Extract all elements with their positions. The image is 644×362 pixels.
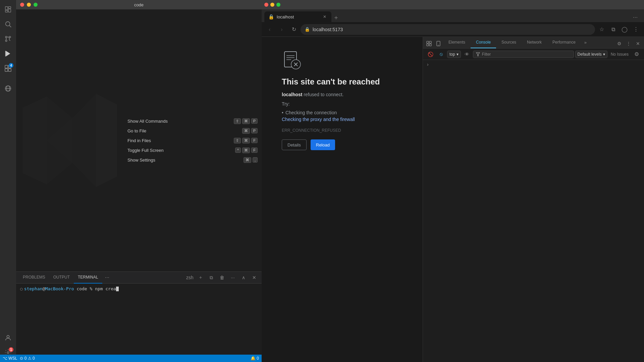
reload-btn[interactable]: ↻	[288, 24, 299, 35]
tab-favicon: 🔒	[268, 14, 274, 19]
extensions-icon[interactable]: 4	[1, 62, 15, 75]
devtools-tab-performance[interactable]: Performance	[547, 37, 581, 48]
command-show-settings[interactable]: Show Settings ⌘ ,	[123, 155, 262, 165]
console-gear-btn[interactable]: ⚙	[632, 50, 641, 59]
devtools-device-btn[interactable]	[434, 39, 443, 48]
console-filter-btn[interactable]: ⦸	[436, 50, 446, 59]
command-show-all[interactable]: Show All Commands ⇧ ⌘ P	[123, 116, 262, 126]
svg-point-19	[7, 352, 9, 354]
terminal-shell-selector[interactable]: zsh	[185, 273, 195, 282]
vscode-panel: code	[0, 0, 262, 362]
error-subtitle: localhost refused to connect.	[282, 92, 402, 97]
error-hostname: localhost	[282, 92, 302, 97]
vscode-title: code	[134, 2, 144, 7]
filter-placeholder: Filter	[482, 52, 491, 57]
details-button[interactable]: Details	[282, 139, 307, 150]
forward-btn[interactable]: ›	[276, 24, 287, 35]
close-traffic-light[interactable]	[20, 3, 24, 7]
console-default-levels[interactable]: Default levels ▾	[575, 51, 607, 58]
source-control-icon[interactable]	[1, 32, 15, 46]
devtools-tab-more[interactable]: »	[581, 37, 590, 48]
chrome-nav-bar: ‹ › ↻ 🔒 localhost:5173 ☆ ⧉ ◯ ⋮	[262, 22, 644, 37]
terminal-content[interactable]: ○ stephan @ MacBook-Pro code % npm crea	[16, 284, 262, 362]
nav-extensions-btn[interactable]: ⧉	[608, 24, 619, 35]
search-sidebar-icon[interactable]	[1, 17, 15, 31]
account-icon[interactable]	[1, 331, 15, 345]
devtools-content: ›	[423, 60, 644, 362]
chrome-window-controls[interactable]: ⋯	[631, 13, 640, 22]
address-lock-icon: 🔒	[305, 27, 310, 32]
nav-account-btn[interactable]: ◯	[619, 24, 630, 35]
minimize-traffic-light[interactable]	[27, 3, 31, 7]
nav-menu-btn[interactable]: ⋮	[631, 24, 641, 35]
command-toggle-fullscreen[interactable]: Toggle Full Screen ^ ⌘ F	[123, 145, 262, 155]
panel-collapse-btn[interactable]: ∧	[239, 273, 248, 282]
panel-close-btn[interactable]: ✕	[250, 273, 259, 282]
svg-marker-9	[6, 51, 10, 57]
devtools-tab-sources[interactable]: Sources	[496, 37, 522, 48]
status-notifications[interactable]: 🔔 0	[251, 356, 259, 361]
svg-rect-3	[5, 10, 8, 12]
svg-rect-28	[429, 41, 431, 43]
tab-terminal[interactable]: TERMINAL	[74, 272, 102, 284]
chrome-maximize-btn[interactable]	[276, 3, 280, 7]
devtools-options-btn[interactable]: ⋮	[624, 39, 633, 48]
explorer-icon[interactable]	[1, 3, 15, 16]
traffic-lights	[20, 3, 38, 7]
bookmark-btn[interactable]: ☆	[596, 24, 607, 35]
error-try-label: Try:	[282, 101, 402, 107]
panel-actions: zsh ＋ ⧉ 🗑 ··· ∧ ✕	[185, 273, 259, 282]
chrome-new-tab-btn[interactable]: ＋	[331, 13, 341, 22]
error-suggestion-1-link[interactable]: Checking the proxy and the firewall	[282, 117, 355, 122]
extensions-badge: 4	[9, 63, 13, 68]
error-title: This site can't be reached	[282, 77, 402, 86]
chrome-close-btn[interactable]	[264, 3, 268, 7]
devtools-tab-network[interactable]: Network	[522, 37, 547, 48]
status-remote[interactable]: ⌥ WSL	[3, 356, 17, 361]
remote-icon[interactable]	[1, 82, 15, 95]
panel-tabs: PROBLEMS OUTPUT TERMINAL ··· zsh ＋ ⧉ 🗑 ·…	[16, 272, 262, 284]
chrome-tab-localhost[interactable]: 🔒 localhost ✕	[264, 11, 331, 22]
svg-rect-27	[427, 41, 429, 43]
console-arrow[interactable]: ›	[426, 61, 430, 68]
status-errors[interactable]: ⊙ 0 ⚠ 0	[20, 356, 35, 361]
status-bar-left: ⌥ WSL ⊙ 0 ⚠ 0	[3, 356, 35, 361]
maximize-traffic-light[interactable]	[34, 3, 38, 7]
console-eye-btn[interactable]: 👁	[462, 50, 472, 59]
terminal-ellipsis-btn[interactable]: ···	[228, 273, 237, 282]
tab-problems[interactable]: PROBLEMS	[19, 272, 49, 284]
reload-button[interactable]: Reload	[311, 139, 335, 150]
command-find-in-files-label: Find in Files	[127, 138, 151, 143]
address-bar[interactable]: 🔒 localhost:5173	[301, 24, 595, 35]
terminal-trash-btn[interactable]: 🗑	[217, 273, 227, 282]
command-find-in-files[interactable]: Find in Files ⇧ ⌘ F	[123, 136, 262, 145]
console-clear-btn[interactable]: 🚫	[426, 50, 435, 59]
svg-rect-0	[5, 7, 8, 10]
terminal-split-btn[interactable]: ⧉	[207, 273, 216, 282]
terminal-add-btn[interactable]: ＋	[196, 273, 205, 282]
devtools-settings-btn[interactable]: ⚙	[614, 39, 624, 48]
chrome-minimize-btn[interactable]	[270, 3, 274, 7]
command-toggle-fullscreen-label: Toggle Full Screen	[127, 148, 164, 153]
command-show-all-label: Show All Commands	[127, 119, 168, 124]
devtools-close-btn[interactable]: ✕	[633, 39, 643, 48]
console-no-issues: No Issues	[609, 51, 631, 58]
console-filter-input[interactable]: Filter	[473, 51, 574, 58]
devtools-tab-elements[interactable]: Elements	[443, 37, 471, 48]
devtools-toolbar: 🚫 ⦸ top ▾ 👁 Filter Default levels ▾	[423, 49, 644, 60]
command-go-to-file[interactable]: Go to File ⌘ P	[123, 126, 262, 136]
devtools-tab-console[interactable]: Console	[471, 37, 496, 48]
tab-close-btn[interactable]: ✕	[322, 14, 327, 19]
command-go-to-file-label: Go to File	[127, 128, 146, 133]
error-page: This site can't be reached localhost ref…	[262, 37, 423, 362]
run-debug-icon[interactable]	[1, 47, 15, 60]
browser-container: 🔒 localhost ✕ ＋ ⋯ ‹ › ↻ 🔒 localhost:5173…	[262, 0, 644, 362]
devtools-inspect-btn[interactable]	[424, 39, 434, 48]
svg-marker-33	[476, 53, 480, 56]
tab-output[interactable]: OUTPUT	[49, 272, 74, 284]
back-btn[interactable]: ‹	[264, 24, 275, 35]
console-context-selector[interactable]: top ▾	[447, 51, 461, 58]
panel-tabs-more[interactable]: ···	[102, 275, 112, 281]
browser-content: This site can't be reached localhost ref…	[262, 37, 644, 362]
command-go-to-file-keys: ⌘ P	[242, 128, 258, 134]
